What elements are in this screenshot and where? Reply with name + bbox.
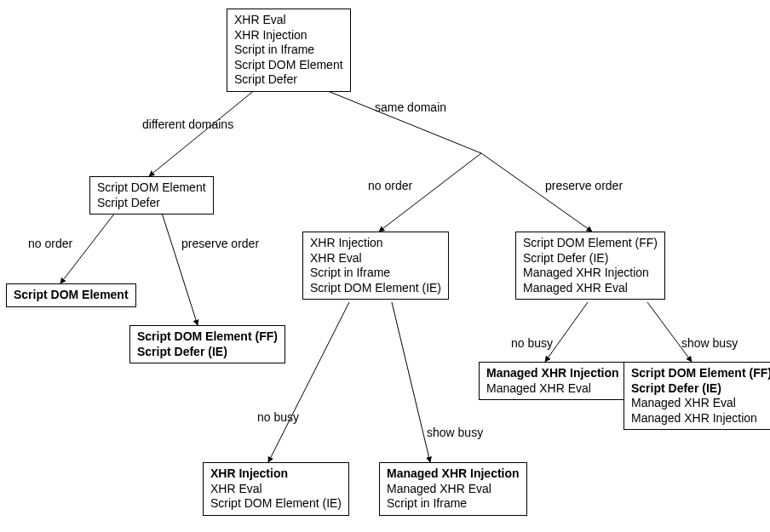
- node-line: Script Defer: [234, 72, 343, 88]
- svg-line-9: [647, 302, 692, 362]
- node-line: XHR Eval: [210, 482, 342, 497]
- node-line: Script Defer: [97, 196, 206, 211]
- svg-line-8: [545, 302, 588, 362]
- node-line: Managed XHR Eval: [486, 381, 619, 397]
- node-line: Managed XHR Injection: [523, 266, 658, 281]
- edge-label-sd-preserve-order: preserve order: [545, 179, 623, 192]
- node-dd-no-order: Script DOM Element: [6, 283, 136, 307]
- svg-line-0: [149, 89, 256, 176]
- edge-label-sd-no-order: no order: [368, 179, 412, 192]
- node-sd-no-order: XHR InjectionXHR EvalScript in IframeScr…: [302, 232, 449, 300]
- node-line: Script DOM Element: [234, 58, 343, 73]
- node-sdp-show-busy: Script DOM Element (FF)Script Defer (IE)…: [623, 362, 770, 430]
- node-line: Script DOM Element (IE): [210, 496, 342, 512]
- node-line: XHR Eval: [310, 251, 441, 266]
- edge-label-sdp-no-busy: no busy: [511, 336, 553, 350]
- node-line: Script in Iframe: [387, 496, 520, 512]
- node-line: Script Defer (IE): [523, 251, 658, 266]
- node-diff-domain: Script DOM ElementScript Defer: [89, 176, 214, 215]
- node-sdn-show-busy: Managed XHR InjectionManaged XHR EvalScr…: [379, 462, 527, 516]
- decision-tree-diagram: { "nodes": { "root": { "lines": [ {"text…: [0, 0, 770, 532]
- svg-line-7: [392, 302, 430, 462]
- node-line: Managed XHR Injection: [631, 411, 770, 426]
- edge-label-sdn-no-busy: no busy: [257, 410, 299, 424]
- node-sdn-no-busy: XHR InjectionXHR EvalScript DOM Element …: [203, 462, 349, 516]
- node-line: Managed XHR Eval: [523, 281, 658, 296]
- node-sdp-no-busy: Managed XHR InjectionManaged XHR Eval: [479, 362, 627, 400]
- edge-label-dd-preserve-order: preserve order: [181, 237, 259, 250]
- node-line: XHR Injection: [234, 28, 343, 43]
- edge-label-sdn-show-busy: show busy: [427, 426, 483, 439]
- node-line: Managed XHR Eval: [631, 396, 770, 411]
- node-dd-preserve-order: Script DOM Element (FF)Script Defer (IE): [129, 325, 285, 363]
- node-line: Script in Iframe: [234, 43, 343, 58]
- node-sd-preserve-order: Script DOM Element (FF)Script Defer (IE)…: [515, 232, 665, 300]
- svg-line-1: [324, 89, 481, 153]
- node-line: Script DOM Element (FF): [631, 366, 770, 381]
- node-line: XHR Injection: [310, 236, 441, 251]
- node-line: Script DOM Element (IE): [310, 281, 441, 296]
- edge-label-different-domains: different domains: [142, 117, 233, 131]
- node-line: Script DOM Element (FF): [523, 236, 658, 251]
- svg-line-5: [162, 213, 198, 325]
- node-line: Script Defer (IE): [631, 381, 770, 397]
- node-line: Managed XHR Injection: [387, 466, 520, 482]
- node-line: Script DOM Element: [14, 288, 129, 303]
- svg-line-2: [379, 153, 481, 232]
- edge-label-same-domain: same domain: [375, 100, 446, 114]
- node-line: XHR Injection: [210, 466, 342, 482]
- node-line: XHR Eval: [234, 13, 343, 28]
- node-line: Script DOM Element: [97, 180, 206, 196]
- node-line: Managed XHR Eval: [387, 482, 520, 497]
- svg-line-3: [481, 153, 592, 232]
- edge-label-sdp-show-busy: show busy: [681, 336, 738, 350]
- node-line: Script in Iframe: [310, 266, 441, 281]
- node-line: Script DOM Element (FF): [137, 329, 278, 345]
- node-root: XHR EvalXHR InjectionScript in IframeScr…: [227, 9, 351, 92]
- edge-label-dd-no-order: no order: [28, 237, 72, 250]
- node-line: Managed XHR Injection: [486, 366, 619, 381]
- node-line: Script Defer (IE): [137, 345, 278, 360]
